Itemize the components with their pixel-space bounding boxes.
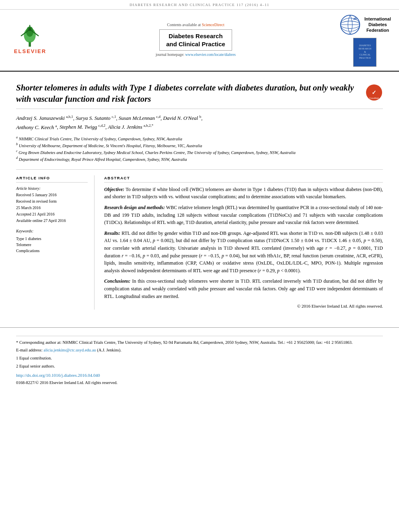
footer-section: * Corresponding author at: NHMRC Clinica… bbox=[0, 327, 399, 392]
equal-contribution-note: 1 Equal contribution. bbox=[16, 355, 383, 362]
svg-point-6 bbox=[28, 28, 31, 31]
received-date-1: Received 5 January 2016 bbox=[16, 192, 88, 198]
affiliation-b: b University of Melbourne, Department of… bbox=[16, 142, 383, 149]
journal-header: ELSEVIER Contents available at ScienceDi… bbox=[0, 10, 399, 72]
received-revised-date: 25 March 2016 bbox=[16, 205, 88, 211]
received-revised-label: Received in revised form bbox=[16, 199, 88, 204]
abstract-col: Abstract Objective: To determine if whit… bbox=[104, 175, 383, 310]
email-link[interactable]: alicia.jenkins@ctc.usyd.edu.au bbox=[43, 348, 96, 352]
article-title-section: Shorter telomeres in adults with Type 1 … bbox=[16, 76, 383, 109]
crossmark-badge-icon: ✓ CrossMark bbox=[365, 84, 383, 101]
homepage-line: journal homepage: www.elsevier.com/locat… bbox=[56, 52, 335, 58]
email-line: E-mail address: alicia.jenkins@ctc.usyd.… bbox=[16, 347, 383, 353]
keywords-section: Keywords: Type 1 diabetes Telomere Compl… bbox=[16, 228, 88, 254]
keywords-label: Keywords: bbox=[16, 228, 88, 234]
footer-separator bbox=[16, 336, 383, 336]
contents-available-label: Contents available at bbox=[167, 23, 201, 27]
idf-title: InternationalDiabetesFederation bbox=[364, 16, 391, 33]
email-label: E-mail address: bbox=[16, 348, 43, 352]
sciencedirect-line: Contents available at ScienceDirect bbox=[56, 22, 335, 28]
article-history-group: Article history: Received 5 January 2016… bbox=[16, 186, 88, 224]
issn-line: 0168-8227/© 2016 Elsevier Ireland Ltd. A… bbox=[16, 380, 383, 386]
article-title: Shorter telomeres in adults with Type 1 … bbox=[16, 82, 361, 105]
journal-header-bar: DIABETES RESEARCH AND CLINICAL PRACTICE … bbox=[0, 0, 399, 10]
article-history-label: Article history: bbox=[16, 186, 88, 191]
main-content: Shorter telomeres in adults with Type 1 … bbox=[0, 72, 399, 318]
abstract-objective: Objective: To determine if white blood c… bbox=[104, 186, 383, 201]
affiliation-a: a NHMRC Clinical Trials Centre, The Univ… bbox=[16, 135, 383, 142]
abstract-methods: Research design and methods: WBC relativ… bbox=[104, 204, 383, 226]
accepted-date: Accepted 21 April 2016 bbox=[16, 212, 88, 217]
author-anthony: Anthony C. Keech a bbox=[16, 124, 57, 130]
affiliation-c: c Greg Brown Diabetes and Endocrine Labo… bbox=[16, 149, 383, 156]
article-info-header: Article Info bbox=[16, 175, 88, 183]
svg-text:✓: ✓ bbox=[372, 89, 376, 96]
abstract-conclusions: Conclusions: In this cross-sectional stu… bbox=[104, 277, 383, 300]
article-info-col: Article Info Article history: Received 5… bbox=[16, 175, 95, 310]
svg-text:CrossMark: CrossMark bbox=[369, 97, 379, 99]
email-suffix: (A.J. Jenkins). bbox=[97, 348, 121, 352]
journal-title-box: Diabetes Researchand Clinical Practice bbox=[159, 29, 232, 51]
journal-title: Diabetes Researchand Clinical Practice bbox=[166, 32, 225, 48]
elsevier-logo: ELSEVIER bbox=[8, 25, 52, 55]
journal-cover-thumbnail: DIABETESRESEARCH&CLINICALPRACTICE bbox=[353, 38, 376, 67]
abstract-header: Abstract bbox=[104, 175, 383, 183]
abstract-results: Results: RTL did not differ by gender wi… bbox=[104, 230, 383, 275]
equal-senior-note: 2 Equal senior authors. bbox=[16, 363, 383, 370]
sciencedirect-link[interactable]: ScienceDirect bbox=[202, 23, 224, 27]
authors-line: Andrzej S. Januszewski a,b,1, Surya S. S… bbox=[16, 114, 383, 131]
page: DIABETES RESEARCH AND CLINICAL PRACTICE … bbox=[0, 0, 399, 532]
copyright-notice: © 2016 Elsevier Ireland Ltd. All rights … bbox=[104, 303, 383, 309]
keyword-1: Type 1 diabetes bbox=[16, 236, 88, 242]
corresponding-author-note: * Corresponding author at: NHMRC Clinica… bbox=[16, 339, 383, 346]
affiliation-d: d Department of Endocrinology, Royal Pri… bbox=[16, 156, 383, 162]
journal-center: Contents available at ScienceDirect Diab… bbox=[52, 22, 339, 58]
elsevier-wordmark: ELSEVIER bbox=[14, 48, 46, 55]
keyword-3: Complications bbox=[16, 248, 88, 254]
homepage-link[interactable]: www.elsevier.com/locate/diabres bbox=[185, 53, 235, 57]
two-col-section: Article Info Article history: Received 5… bbox=[16, 169, 383, 310]
idf-globe-icon bbox=[339, 14, 361, 36]
keyword-2: Telomere bbox=[16, 242, 88, 248]
idf-logo: InternationalDiabetesFederation bbox=[339, 14, 391, 36]
available-online-date: Available online 27 April 2016 bbox=[16, 218, 88, 224]
journal-citation: DIABETES RESEARCH AND CLINICAL PRACTICE … bbox=[130, 3, 269, 7]
doi-line: http://dx.doi.org/10.1016/j.diabres.2016… bbox=[16, 372, 383, 379]
affiliations: a NHMRC Clinical Trials Centre, The Univ… bbox=[16, 135, 383, 163]
journal-right: InternationalDiabetesFederation DIABETES… bbox=[339, 14, 391, 67]
authors-section: Andrzej S. Januszewski a,b,1, Surya S. S… bbox=[16, 109, 383, 165]
elsevier-tree-icon bbox=[14, 25, 46, 47]
homepage-label: journal homepage: bbox=[156, 53, 184, 57]
doi-link[interactable]: http://dx.doi.org/10.1016/j.diabres.2016… bbox=[16, 373, 100, 378]
